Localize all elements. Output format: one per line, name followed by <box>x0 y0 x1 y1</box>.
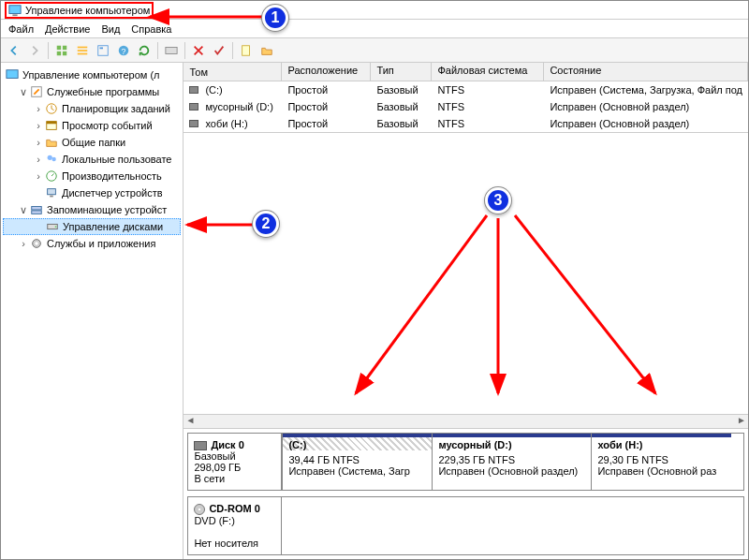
tools-icon <box>29 84 44 99</box>
volume-icon <box>189 120 198 127</box>
tree-root[interactable]: Управление компьютером (л <box>3 66 181 83</box>
svg-rect-0 <box>9 5 21 13</box>
volume-icon <box>189 103 198 111</box>
menu-action[interactable]: Действие <box>45 23 90 35</box>
cd-icon <box>194 504 205 515</box>
disk-icon <box>194 441 207 450</box>
refresh-icon[interactable] <box>135 41 154 60</box>
volume-header: Том Расположение Тип Файловая система Со… <box>184 63 748 81</box>
prop-icon[interactable] <box>94 41 112 60</box>
svg-rect-19 <box>47 122 57 125</box>
svg-rect-9 <box>98 45 109 55</box>
annotation-badge-3: 3 <box>485 187 511 214</box>
volume-row-1[interactable]: мусорный (D:)ПростойБазовыйNTFSИсправен … <box>184 98 748 115</box>
svg-rect-14 <box>242 45 250 55</box>
svg-point-21 <box>51 157 55 161</box>
cdrom-row[interactable]: CD-ROM 0 DVD (F:) Нет носителя <box>187 496 744 555</box>
menu-help[interactable]: Справка <box>131 23 171 35</box>
svg-point-30 <box>35 242 38 245</box>
tree-item-7[interactable]: ∨Запоминающие устройст <box>3 201 181 218</box>
svg-rect-5 <box>63 51 66 54</box>
new-icon[interactable] <box>237 41 256 60</box>
volume-list[interactable]: Том Расположение Тип Файловая система Со… <box>184 63 748 133</box>
volume-row-0[interactable]: (C:)ПростойБазовыйNTFSИсправен (Система,… <box>184 81 748 98</box>
delete-icon[interactable] <box>189 41 208 60</box>
volume-row-2[interactable]: хоби (H:)ПростойБазовыйNTFSИсправен (Осн… <box>184 115 748 132</box>
back-button[interactable] <box>5 41 23 60</box>
volume-icon <box>189 86 198 94</box>
titlebar: Управление компьютером <box>1 1 748 20</box>
services-icon <box>29 236 44 251</box>
toolbar: ? <box>1 38 748 63</box>
svg-rect-3 <box>63 45 66 49</box>
folder-icon <box>44 135 59 150</box>
nav-tree[interactable]: Управление компьютером (л ∨Служебные про… <box>1 63 184 559</box>
svg-rect-10 <box>100 47 104 49</box>
svg-rect-1 <box>12 14 17 16</box>
svg-point-28 <box>55 226 57 228</box>
tree-item-4[interactable]: ›Локальные пользовате <box>3 151 181 168</box>
tree-item-9[interactable]: ›Службы и приложения <box>3 235 181 252</box>
content-pane: Том Расположение Тип Файловая система Со… <box>184 63 748 559</box>
window-title: Управление компьютером <box>25 5 150 16</box>
svg-rect-2 <box>57 45 61 49</box>
tree-item-6[interactable]: Диспетчер устройств <box>3 184 181 201</box>
horizontal-scrollbar[interactable] <box>184 414 748 429</box>
disk0-label: Диск 0 Базовый 298,09 ГБ В сети <box>188 434 282 490</box>
partition-2[interactable]: хоби (H:)29,30 ГБ NTFSИсправен (Основной… <box>591 434 731 490</box>
app-icon <box>8 4 22 17</box>
perf-icon <box>44 169 59 184</box>
event-icon <box>44 118 59 133</box>
svg-rect-7 <box>78 50 88 52</box>
svg-point-20 <box>48 155 52 160</box>
svg-text:?: ? <box>122 46 126 55</box>
col-state[interactable]: Состояние <box>544 63 748 81</box>
devmgr-icon <box>44 185 59 200</box>
tree-item-2[interactable]: ›Просмотр событий <box>3 117 181 134</box>
help-icon[interactable]: ? <box>114 41 133 60</box>
tree-item-1[interactable]: ›Планировщик заданий <box>3 100 181 117</box>
settings-icon[interactable] <box>162 41 181 60</box>
users-icon <box>44 152 59 167</box>
tree-item-3[interactable]: ›Общие папки <box>3 134 181 151</box>
partition-0[interactable]: (C:)39,44 ГБ NTFSИсправен (Система, Загр <box>282 434 432 490</box>
col-type[interactable]: Тип <box>371 63 432 81</box>
menubar: Файл Действие Вид Справка <box>1 20 748 38</box>
col-tom[interactable]: Том <box>184 63 282 81</box>
menu-view[interactable]: Вид <box>101 23 120 35</box>
svg-rect-6 <box>78 46 88 48</box>
storage-icon <box>29 202 44 217</box>
cdrom-label: CD-ROM 0 DVD (F:) Нет носителя <box>188 497 282 554</box>
col-loc[interactable]: Расположение <box>282 63 371 81</box>
diskmgmt-icon <box>45 219 60 234</box>
forward-button[interactable] <box>25 41 44 60</box>
svg-rect-25 <box>32 207 42 211</box>
annotation-badge-2: 2 <box>253 211 279 237</box>
tree-item-5[interactable]: ›Производительность <box>3 168 181 184</box>
partition-1[interactable]: мусорный (D:)229,35 ГБ NTFSИсправен (Осн… <box>432 434 591 490</box>
folder-icon[interactable] <box>257 41 276 60</box>
tree-item-8[interactable]: Управление дисками <box>3 218 181 235</box>
svg-rect-24 <box>50 196 53 198</box>
svg-rect-4 <box>57 51 61 54</box>
view-icon[interactable] <box>52 41 71 60</box>
svg-rect-8 <box>78 52 88 54</box>
clock-icon <box>44 101 59 116</box>
disk0-row[interactable]: Диск 0 Базовый 298,09 ГБ В сети (C:)39,4… <box>187 433 744 491</box>
annotation-badge-1: 1 <box>262 5 288 31</box>
menu-file[interactable]: Файл <box>8 23 34 35</box>
svg-rect-26 <box>32 211 42 214</box>
tree-root-label: Управление компьютером (л <box>22 69 160 81</box>
check-icon[interactable] <box>210 41 228 60</box>
svg-rect-15 <box>7 70 18 79</box>
svg-rect-23 <box>48 189 56 195</box>
list-icon[interactable] <box>73 41 92 60</box>
tree-item-0[interactable]: ∨Служебные программы <box>3 83 181 100</box>
col-fs[interactable]: Файловая система <box>432 63 544 81</box>
svg-rect-13 <box>166 47 177 53</box>
